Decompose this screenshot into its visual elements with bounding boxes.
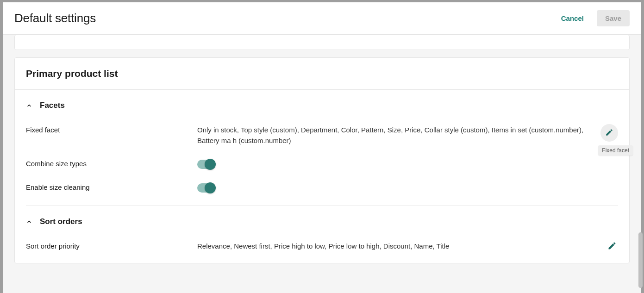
card-title: Primary product list: [15, 58, 629, 90]
combine-size-value: [197, 159, 618, 169]
combine-size-row: Combine size types: [26, 152, 618, 176]
toggle-knob: [205, 182, 216, 193]
edit-fixed-facet-button[interactable]: [600, 124, 618, 142]
pencil-icon: [605, 128, 613, 138]
modal-header: Default settings Cancel Save: [3, 2, 641, 35]
fixed-facet-value: Only in stock, Top style (custom), Depar…: [197, 125, 618, 146]
sort-orders-section-title: Sort orders: [40, 217, 82, 226]
facets-section-header[interactable]: Facets: [26, 90, 618, 118]
modal-title: Default settings: [14, 11, 96, 25]
facets-section-title: Facets: [40, 101, 65, 110]
primary-product-list-card: Primary product list Facets Fixed facet …: [14, 57, 630, 263]
sort-order-priority-row: Sort order priority Relevance, Newest fi…: [26, 235, 618, 263]
combine-size-toggle[interactable]: [197, 160, 214, 169]
fixed-facet-row: Fixed facet Only in stock, Top style (cu…: [26, 118, 618, 152]
fixed-facet-label: Fixed facet: [26, 125, 197, 134]
previous-card-stub: [14, 35, 630, 50]
toggle-knob: [205, 159, 216, 170]
pencil-icon: [607, 241, 617, 252]
enable-size-cleaning-value: [197, 182, 618, 193]
enable-size-cleaning-row: Enable size cleaning: [26, 176, 618, 199]
settings-modal: Default settings Cancel Save Primary pro…: [3, 2, 641, 293]
save-button[interactable]: Save: [597, 10, 630, 26]
sort-order-priority-action: [603, 237, 621, 255]
facets-section: Facets Fixed facet Only in stock, Top st…: [15, 90, 629, 263]
sort-order-priority-label: Sort order priority: [26, 241, 197, 250]
sort-order-priority-value: Relevance, Newest first, Price high to l…: [197, 241, 618, 252]
scrollbar-thumb[interactable]: [638, 232, 643, 288]
combine-size-label: Combine size types: [26, 159, 197, 168]
edit-sort-order-button[interactable]: [603, 237, 621, 255]
modal-actions: Cancel Save: [559, 10, 630, 26]
modal-body: Primary product list Facets Fixed facet …: [3, 35, 641, 293]
enable-size-cleaning-label: Enable size cleaning: [26, 182, 197, 191]
chevron-up-icon: [26, 218, 32, 225]
enable-size-cleaning-toggle[interactable]: [197, 183, 214, 193]
chevron-up-icon: [26, 102, 32, 109]
sort-orders-section-header[interactable]: Sort orders: [26, 206, 618, 235]
fixed-facet-action: Fixed facet: [600, 124, 618, 142]
cancel-button[interactable]: Cancel: [559, 11, 586, 26]
